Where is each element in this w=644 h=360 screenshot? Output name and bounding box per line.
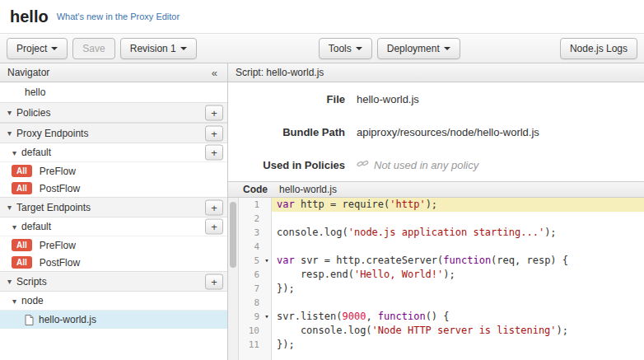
nav-item-proxy-preflow[interactable]: All PreFlow xyxy=(0,162,227,180)
collapse-navigator-icon[interactable]: « xyxy=(209,67,220,79)
code-lines: 1var http = require('http');23console.lo… xyxy=(239,198,644,360)
scrollbar-thumb[interactable] xyxy=(230,202,236,268)
flow-label: PostFlow xyxy=(40,257,80,269)
revision-label: Revision 1 xyxy=(130,43,176,54)
code-text[interactable] xyxy=(272,296,644,310)
code-line[interactable]: 9▾svr.listen(9000, function() { xyxy=(239,310,644,324)
code-text[interactable] xyxy=(272,240,644,254)
navigator-title: Navigator xyxy=(7,67,49,78)
deployment-label: Deployment xyxy=(387,43,440,54)
code-text[interactable]: }); xyxy=(272,282,644,296)
code-editor[interactable]: 1var http = require('http');23console.lo… xyxy=(228,198,644,360)
code-line[interactable]: 6 resp.end('Hello, World!'); xyxy=(239,268,644,282)
section-label: Target Endpoints xyxy=(16,202,91,213)
section-target-endpoints[interactable]: ▾ Target Endpoints + xyxy=(0,197,227,217)
code-text[interactable]: }); xyxy=(272,338,644,352)
editor-scrollbar[interactable] xyxy=(228,198,239,360)
page-title: hello xyxy=(10,7,49,26)
code-text[interactable]: svr.listen(9000, function() { xyxy=(272,310,644,324)
code-text[interactable]: console.log('node.js application startin… xyxy=(272,226,644,240)
bundle-path-value: apiproxy/resources/node/hello-world.js xyxy=(345,126,539,138)
add-proxy-endpoint-button[interactable]: + xyxy=(205,125,223,141)
code-line[interactable]: 7}); xyxy=(239,282,644,296)
code-token: http = require( xyxy=(295,199,390,210)
caret-down-icon[interactable]: ▾ xyxy=(7,129,12,138)
project-dropdown-button[interactable]: Project xyxy=(7,38,68,59)
line-number: 10 xyxy=(239,324,262,338)
code-line[interactable]: 10 console.log('Node HTTP server is list… xyxy=(239,324,644,338)
flow-label: PreFlow xyxy=(40,166,76,177)
section-scripts[interactable]: ▾ Scripts + xyxy=(0,271,227,292)
section-proxy-endpoints[interactable]: ▾ Proxy Endpoints + xyxy=(0,123,227,143)
add-proxy-flow-button[interactable]: + xyxy=(205,145,223,161)
code-text[interactable] xyxy=(272,212,644,226)
nav-item-proxy-postflow[interactable]: All PostFlow xyxy=(0,180,227,197)
fold-spacer xyxy=(262,282,272,296)
code-text[interactable]: console.log('Node HTTP server is listeni… xyxy=(272,324,644,338)
code-token: console.log( xyxy=(277,227,348,238)
code-line[interactable]: 8 xyxy=(239,296,644,310)
add-policy-button[interactable]: + xyxy=(205,105,223,120)
caret-down-icon[interactable]: ▾ xyxy=(12,222,16,231)
code-token: var xyxy=(277,199,295,210)
caret-down-icon[interactable]: ▾ xyxy=(7,203,12,212)
tools-dropdown-button[interactable]: Tools xyxy=(319,38,372,59)
code-header-label: Code xyxy=(243,184,268,195)
caret-down-icon[interactable]: ▾ xyxy=(12,297,16,306)
nav-item-label: hello xyxy=(25,86,45,98)
nav-item-node-folder[interactable]: ▾ node xyxy=(0,292,227,311)
nav-item-hello[interactable]: hello xyxy=(0,82,227,102)
nav-item-target-default[interactable]: ▾ default + xyxy=(0,217,227,236)
code-line[interactable]: 3console.log('node.js application starti… xyxy=(239,226,644,240)
file-field-value: hello-world.js xyxy=(345,93,419,105)
code-text[interactable]: resp.end('Hello, World!'); xyxy=(272,268,644,282)
section-policies[interactable]: ▾ Policies + xyxy=(0,102,227,123)
caret-down-icon[interactable]: ▾ xyxy=(7,108,12,117)
fold-arrow-icon[interactable]: ▾ xyxy=(262,254,272,268)
code-token: () { xyxy=(426,311,450,322)
code-line[interactable]: 1var http = require('http'); xyxy=(239,198,644,212)
add-script-button[interactable]: + xyxy=(205,274,223,289)
whats-new-link[interactable]: What's new in the Proxy Editor xyxy=(57,12,180,21)
code-token: , xyxy=(366,311,377,322)
code-token: 'Hello, World!' xyxy=(354,269,443,280)
code-token: }); xyxy=(277,339,295,350)
script-panel-title: Script: hello-world.js xyxy=(236,67,324,78)
deployment-dropdown-button[interactable]: Deployment xyxy=(377,38,460,59)
code-line[interactable]: 5▾var svr = http.createServer(function(r… xyxy=(239,254,644,268)
code-line[interactable]: 11}); xyxy=(239,338,644,352)
project-label: Project xyxy=(16,43,47,54)
flow-condition-badge: All xyxy=(12,256,32,269)
code-token: }); xyxy=(277,283,295,294)
bundle-path-label: Bundle Path xyxy=(228,126,345,138)
used-in-policies-label: Used in Policies xyxy=(228,159,345,171)
script-panel: Script: hello-world.js File hello-world.… xyxy=(228,63,644,360)
nav-item-hello-world-js[interactable]: hello-world.js xyxy=(0,311,227,329)
code-token: svr.listen( xyxy=(277,311,342,322)
page-header: hello What's new in the Proxy Editor xyxy=(0,0,644,33)
nav-item-target-postflow[interactable]: All PostFlow xyxy=(0,254,227,271)
nav-item-target-preflow[interactable]: All PreFlow xyxy=(0,236,227,254)
fold-arrow-icon[interactable]: ▾ xyxy=(262,310,272,324)
used-in-policies-value: Not used in any policy xyxy=(345,158,478,171)
code-token: function xyxy=(378,311,426,322)
caret-down-icon[interactable]: ▾ xyxy=(12,148,16,157)
section-label: Scripts xyxy=(16,276,47,288)
file-name-label: hello-world.js xyxy=(39,314,96,325)
flow-condition-badge: All xyxy=(12,239,32,251)
caret-down-icon[interactable]: ▾ xyxy=(7,277,12,286)
code-line[interactable]: 4 xyxy=(239,240,644,254)
add-target-flow-button[interactable]: + xyxy=(205,219,223,235)
code-line[interactable]: 2 xyxy=(239,212,644,226)
fold-spacer xyxy=(262,324,272,338)
content-area: Navigator « hello ▾ Policies + ▾ Proxy E… xyxy=(0,63,644,360)
code-text[interactable]: var http = require('http'); xyxy=(272,198,644,212)
nodejs-logs-button[interactable]: Node.js Logs xyxy=(560,38,637,59)
tools-label: Tools xyxy=(329,43,352,54)
line-number: 9 xyxy=(239,310,262,324)
add-target-endpoint-button[interactable]: + xyxy=(205,199,223,215)
code-token: ); xyxy=(557,325,568,336)
nav-item-proxy-default[interactable]: ▾ default + xyxy=(0,143,227,162)
revision-dropdown-button[interactable]: Revision 1 xyxy=(120,38,197,59)
code-text[interactable]: var svr = http.createServer(function(req… xyxy=(272,254,644,268)
